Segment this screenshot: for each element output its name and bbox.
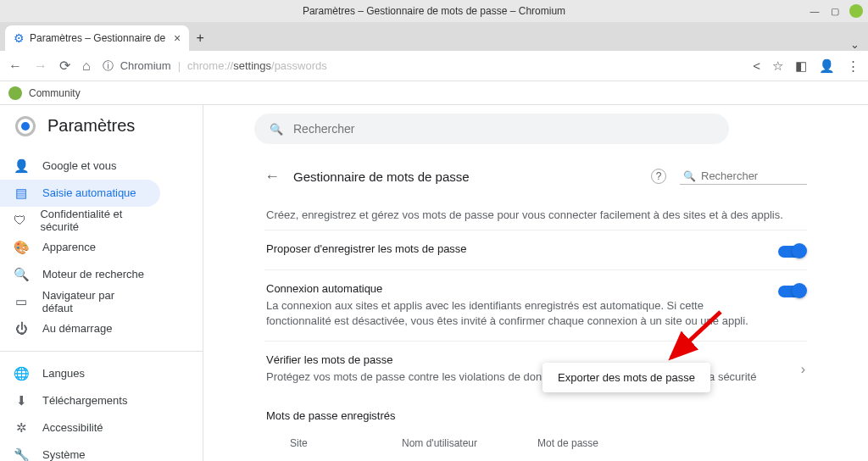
offer-save-row[interactable]: Proposer d'enregistrer les mots de passe: [264, 230, 807, 269]
settings-search[interactable]: 🔍: [254, 114, 729, 144]
offer-save-toggle[interactable]: [778, 246, 805, 258]
origin-label: Chromium: [120, 59, 171, 72]
panel-title: Gestionnaire de mots de passe: [293, 169, 637, 184]
wrench-icon: 🔧: [14, 447, 29, 461]
auto-signin-toggle[interactable]: [778, 286, 805, 297]
accessibility-icon: ✲: [14, 420, 29, 436]
nav-appearance[interactable]: 🎨Apparence: [0, 234, 160, 261]
maximize-icon[interactable]: ▢: [829, 5, 841, 17]
saved-passwords-title: Mots de passe enregistrés: [264, 397, 807, 432]
browser-menu-icon[interactable]: ⋮: [847, 58, 860, 74]
profile-icon[interactable]: 👤: [819, 58, 835, 74]
verify-desc: Protégez vos mots de passe contre les vi…: [266, 369, 791, 385]
globe-icon: 🌐: [14, 366, 29, 381]
close-icon[interactable]: [849, 4, 863, 18]
tab-title: Paramètres – Gestionnaire de: [30, 32, 165, 44]
url-path: /passwords: [271, 59, 327, 72]
minimize-icon[interactable]: —: [809, 5, 821, 17]
col-pass: Mot de passe: [537, 437, 805, 449]
export-passwords-label: Exporter des mots de passe: [558, 371, 695, 384]
search-icon: 🔍: [683, 170, 696, 182]
nav-accessibility[interactable]: ✲Accessibilité: [0, 414, 160, 442]
tab-overflow-icon[interactable]: ⌄: [850, 38, 860, 51]
settings-search-input[interactable]: [293, 122, 714, 136]
auto-signin-row[interactable]: Connexion automatique La connexion aux s…: [264, 269, 807, 341]
auto-signin-desc: La connexion aux sites et applis avec le…: [266, 298, 768, 329]
nav-label: Confidentialité et sécurité: [40, 208, 147, 233]
share-icon[interactable]: <: [753, 58, 760, 73]
shield-icon: 🛡: [14, 213, 26, 227]
nav-search-engine[interactable]: 🔍Moteur de recherche: [0, 261, 160, 288]
nav-label: Navigateur par défaut: [42, 289, 147, 314]
site-info-icon[interactable]: ⓘ: [103, 58, 114, 74]
panel-back-icon[interactable]: ←: [264, 168, 280, 186]
help-icon[interactable]: ?: [651, 169, 666, 184]
window-title: Paramètres – Gestionnaire de mots de pas…: [303, 5, 565, 17]
panel-search[interactable]: 🔍: [680, 168, 807, 185]
panel-search-input[interactable]: [701, 169, 804, 182]
tab-close-icon[interactable]: ×: [174, 31, 181, 45]
nav-separator: [0, 351, 203, 352]
nav-label: Au démarrage: [42, 322, 112, 335]
nav-label: Langues: [42, 367, 85, 380]
person-icon: 👤: [14, 158, 29, 174]
verify-passwords-row[interactable]: Vérifier les mots de passe Protégez vos …: [264, 341, 807, 397]
settings-title: Paramètres: [47, 116, 135, 136]
verify-title: Vérifier les mots de passe: [266, 353, 791, 366]
browser-toolbar: ← → ⟳ ⌂ ⓘ Chromium | chrome://settings/p…: [0, 51, 868, 81]
browser-tab[interactable]: ⚙ Paramètres – Gestionnaire de ×: [5, 25, 189, 51]
chevron-right-icon: ›: [801, 362, 805, 377]
reader-icon[interactable]: ◧: [795, 58, 807, 74]
settings-header: Paramètres: [0, 105, 203, 147]
search-icon: 🔍: [270, 123, 283, 136]
reload-icon[interactable]: ⟳: [59, 58, 70, 74]
bookmarks-bar: Community: [0, 81, 868, 105]
url-host: settings: [233, 59, 271, 72]
nav-google[interactable]: 👤Google et vous: [0, 153, 160, 180]
chromium-logo-icon: [15, 116, 36, 136]
download-icon: ⬇: [14, 393, 29, 408]
nav-label: Système: [42, 448, 86, 461]
autofill-icon: ▤: [14, 186, 29, 201]
palette-icon: 🎨: [14, 240, 29, 255]
settings-nav: 👤Google et vous ▤Saisie automatique 🛡Con…: [0, 147, 203, 461]
browser-icon: ▭: [14, 294, 29, 309]
col-user: Nom d'utilisateur: [402, 437, 537, 449]
window-titlebar: Paramètres – Gestionnaire de mots de pas…: [0, 0, 868, 22]
bookmark-star-icon[interactable]: ☆: [772, 58, 783, 74]
power-icon: ⏻: [14, 321, 29, 336]
nav-languages[interactable]: 🌐Langues: [0, 360, 160, 387]
search-icon: 🔍: [14, 267, 29, 282]
url-scheme: chrome://: [187, 59, 233, 72]
nav-default-browser[interactable]: ▭Navigateur par défaut: [0, 288, 160, 315]
nav-label: Accessibilité: [42, 421, 103, 434]
password-row[interactable]: 🌐 facebook.com •••••••• 👁 ⋮: [264, 454, 807, 461]
home-icon[interactable]: ⌂: [82, 58, 91, 74]
nav-system[interactable]: 🔧Système: [0, 442, 160, 461]
mint-favicon-icon: [8, 86, 22, 100]
settings-favicon-icon: ⚙: [14, 31, 25, 45]
nav-label: Saisie automatique: [42, 186, 136, 199]
nav-label: Téléchargements: [42, 394, 127, 407]
address-bar[interactable]: ⓘ Chromium | chrome://settings/passwords: [103, 58, 742, 74]
nav-privacy[interactable]: 🛡Confidentialité et sécurité: [0, 207, 160, 234]
tab-strip: ⚙ Paramètres – Gestionnaire de × + ⌄: [0, 22, 868, 51]
col-site: Site: [266, 437, 402, 449]
nav-label: Moteur de recherche: [42, 268, 144, 280]
new-tab-button[interactable]: +: [189, 25, 211, 51]
export-passwords-menu-item[interactable]: Exporter des mots de passe: [542, 363, 710, 392]
bookmark-community[interactable]: Community: [29, 87, 81, 99]
password-table-header: Site Nom d'utilisateur Mot de passe: [264, 432, 807, 454]
nav-on-startup[interactable]: ⏻Au démarrage: [0, 315, 160, 342]
nav-downloads[interactable]: ⬇Téléchargements: [0, 387, 160, 414]
forward-icon[interactable]: →: [34, 58, 47, 74]
nav-label: Google et vous: [42, 159, 116, 172]
auto-signin-title: Connexion automatique: [266, 282, 768, 295]
nav-label: Apparence: [42, 241, 96, 253]
offer-save-title: Proposer d'enregistrer les mots de passe: [266, 242, 768, 255]
nav-autofill[interactable]: ▤Saisie automatique: [0, 180, 160, 207]
back-icon[interactable]: ←: [8, 58, 22, 74]
panel-intro: Créez, enregistrez et gérez vos mots de …: [264, 200, 807, 230]
